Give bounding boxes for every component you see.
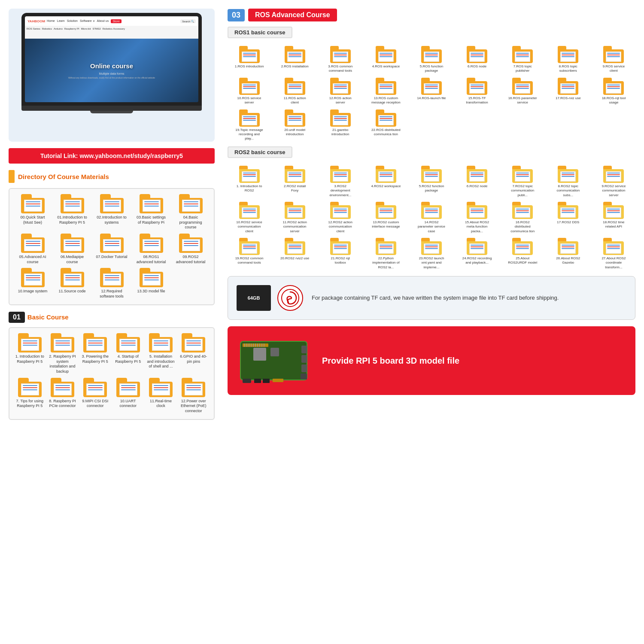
ros2-folder-5: 6.ROS2 node [456,166,499,197]
basic-folder-icon-8 [83,378,107,397]
ros2c-folder-2: 21.ROS2 rqt toolbox [319,238,362,270]
ros2-folder-icon-5 [467,166,487,183]
ros2-folder-label-1: 2.ROS2 install Foxy [280,184,310,193]
ros2-folder-icon-1 [285,166,305,183]
ros2b-folder-4: 14.ROS2 parameter service case [410,202,453,234]
laptop-preview: YAHBOOM Home Learn Solution Software ∨ A… [9,9,215,142]
svg-rect-22 [273,379,283,382]
basic-course-badge: 01 Basic Course [9,312,69,323]
ros2b-folder-5: 15.About ROS2 meta-function packa... [456,202,499,234]
basic-folder-label-6: 7. Tips for using Raspberry PI 5 [15,399,45,409]
ros2b-folder-1: 11.ROS2 action communication server [273,202,316,234]
ros2c-folder-0: 19.ROS2 common command tools [228,238,271,270]
cat-stm32: STM32 [92,27,100,37]
laptop-frame: YAHBOOM Home Learn Solution Software ∨ A… [21,13,202,106]
ros1b-folder-icon-4 [421,78,442,95]
basic-folder-label-4: 5. Installation and introduction of shel… [146,354,176,369]
ros1-folder-8: 9.ROS service client [592,46,635,73]
ros1-grid-3: 19.Topic message recording and play... 2… [228,109,635,141]
ros-title: ROS Advanced Course [248,9,337,21]
ros2b-folder-icon-4 [421,202,442,219]
dir-folder-label-12: 12.Required software tools [96,289,128,299]
rpi-3d-description: Provide RPI 5 board 3D model file [322,355,459,367]
cat-micro: Micro:bit [81,27,91,37]
ros-num: 03 [228,9,245,21]
ros1b-folder-icon-6 [512,78,533,95]
dir-folder-7: 07.Docker Tutorial [94,234,130,264]
ros2b-folder-7: 17.ROS2 DDS [547,202,590,234]
tutorial-banner[interactable]: Tutorial Link: www.yahboom.net/study/ras… [9,148,215,164]
laptop-multiple-forms: Multiple data forms [99,72,124,75]
ros2-folder-label-6: 7.ROS2 topic communication publi... [507,184,538,197]
laptop-search: Search 🔍 [180,19,196,23]
nav-solution: Solution [67,19,78,23]
ros2-label-container: ROS2 basic course [228,146,635,162]
basic-folder-icon-11 [182,378,205,397]
ros2b-folder-label-8: 18.ROS2 time related API [598,220,629,229]
ros1-folder-5: 6.ROS node [456,46,499,73]
ros2c-folder-4: 23.ROS2 launch xml.yaml and impleme... [410,238,453,270]
svg-rect-16 [301,355,307,363]
ros1-folder-3: 4.ROS workspace [364,46,407,73]
basic-folder-label-5: 6.GPIO and 40-pin pins [179,354,209,364]
basic-folder-3: 4. Startup of Raspberry PI 5 [113,333,143,374]
directory-title: Directory Of Course Materials [18,173,109,180]
ros2c-folder-8: 27.About ROS2 coordinate transform... [592,238,635,270]
basic-course-section: 1. Introduction to Raspberry PI 5 2. Ras… [9,327,215,420]
ros1c-folder-icon-2 [330,109,351,127]
ros1c-folder-label-1: 20.urdf model introduction [280,128,310,137]
ros1b-folder-icon-0 [239,78,260,95]
ros1-folder-label-3: 4.ROS workspace [372,64,400,69]
ros1-folder-icon-6 [512,46,533,63]
yahboom-logo: YAHBOOM [27,19,45,23]
ros1-folder-icon-8 [603,46,624,63]
dir-folder-1: 01.Introduction to Raspberry PI 5 [54,194,90,230]
ros2b-folder-0: 10.ROS2 service communication client [228,202,271,234]
basic-folder-8: 9.MIPI CSI DSI connector [80,378,110,414]
basic-folder-label-3: 4. Startup of Raspberry PI 5 [113,354,143,364]
nav-about: About us [97,19,109,23]
ros2c-folder-icon-7 [558,238,578,255]
nav-items: Home Learn Solution Software ∨ About us … [47,19,122,23]
ros2c-folder-label-3: 22.Python implementation of ROS2 la... [371,256,401,270]
dir-folder-icon-0 [21,194,45,213]
ros2b-folder-3: 13.ROS2 custom interface message [364,202,407,234]
dir-folder-13: 13.3D model file [133,268,169,299]
dir-folder-icon-2 [100,194,124,213]
dir-folder-label-11: 11.Source code [58,289,85,294]
ros1b-folder-label-5: 15.ROS-TF transformation [462,96,492,105]
ros2-grid-3: 19.ROS2 common command tools 20.ROS2 rvi… [228,238,635,270]
tf-card-description: For package containing TF card, we have … [312,294,559,303]
ros1c-folder-label-0: 19.Topic message recording and play... [234,128,264,141]
ros1-folder-label-0: 1.ROS introduction [235,64,264,69]
ros2b-folder-icon-6 [512,202,533,219]
rpi-board-svg [236,337,313,384]
basic-folder-4: 5. Installation and introduction of shel… [146,333,176,374]
ros2c-folder-label-4: 23.ROS2 launch xml.yaml and impleme... [416,256,447,270]
dir-folder-icon-10 [21,268,45,287]
basic-folder-10: 11.Real-time clock [146,378,176,414]
ros2b-folder-icon-8 [603,202,624,219]
ros1-folder-label-2: 3.ROS common command tools [325,64,355,73]
ros2b-folder-icon-3 [376,202,396,219]
svg-rect-21 [263,379,270,383]
ros1c-folder-0: 19.Topic message recording and play... [228,109,271,141]
basic-folder-icon-9 [116,378,140,397]
ros2b-folder-icon-5 [467,202,487,219]
dir-folder-icon-3 [140,194,163,213]
svg-rect-15 [301,346,307,353]
dir-folder-0: 00.Quick Start (Must See) [15,194,51,230]
ros1c-folder-icon-0 [239,109,260,127]
ros1-grid-2: 10.ROS service server 11.ROS action clie… [228,78,635,105]
ros2b-folder-label-6: 16.ROS2 distributed communica tion [507,220,538,234]
ros1b-folder-icon-7 [558,78,578,95]
ros2-grid-1: 1. Introduction to ROS2 2.ROS2 install F… [228,166,635,197]
ros1c-folder-3: 22.ROS distributed communica tion [364,109,407,141]
dir-folder-icon-12 [100,268,124,287]
dir-folder-icon-13 [140,268,163,287]
ros2-folder-label-5: 6.ROS2 node [467,184,487,188]
basic-folder-7: 8. Raspberry PI PCIe connector [47,378,77,414]
ros2-folder-label-8: 9.ROS2 service communication server [598,184,629,197]
ros2b-folder-label-7: 17.ROS2 DDS [557,220,579,225]
basic-folder-icon-7 [51,378,74,397]
